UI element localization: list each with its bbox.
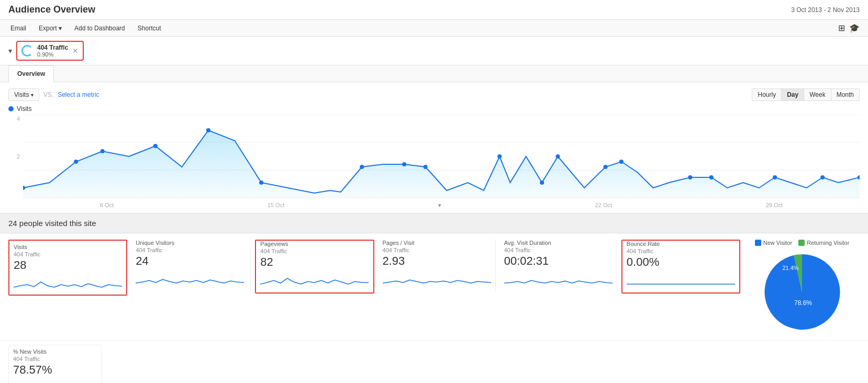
stat-sublabel-pageviews: 404 Traffic (260, 248, 369, 254)
svg-point-12 (402, 162, 406, 166)
segment-loading-icon (21, 45, 33, 57)
stat-label-pages-visit: Pages / Visit (383, 240, 491, 246)
svg-point-14 (497, 154, 502, 159)
segment-name: 404 Traffic 0.90% (37, 44, 68, 58)
svg-point-7 (101, 149, 105, 153)
segment-bar: ▾ 404 Traffic 0.90% ✕ (0, 37, 868, 65)
stat-value-bounce-rate: 0.00% (627, 255, 735, 269)
pie-chart-svg: 78.6% 21.4% (760, 250, 844, 334)
legend-returning-dot (798, 240, 805, 246)
add-to-dashboard-button[interactable]: Add to Dashboard (72, 24, 127, 33)
page-title: Audience Overview (8, 4, 95, 15)
chart-scroll-icon[interactable]: ▾ (438, 202, 441, 209)
svg-point-16 (555, 154, 560, 159)
stat-sublabel-new-visits: 404 Traffic (13, 356, 97, 362)
stat-label-new-visits: % New Visits (13, 348, 97, 355)
stat-label-unique: Unique Visitors (136, 240, 244, 246)
chart-series-label: Visits (8, 105, 860, 112)
mini-chart-unique (136, 270, 244, 286)
mini-chart-new-visits (13, 379, 97, 383)
segment-chip: 404 Traffic 0.90% ✕ (16, 41, 84, 61)
svg-point-19 (688, 175, 692, 179)
y-label-2: 2 (17, 152, 20, 161)
month-button[interactable]: Month (831, 88, 860, 101)
stat-value-avg-duration: 00:02:31 (504, 254, 613, 268)
chart-y-axis: 4 2 0 (8, 115, 23, 200)
stat-card-pages-visit: Pages / Visit 404 Traffic 2.93 (379, 240, 496, 291)
svg-point-10 (259, 181, 263, 185)
stat-label-visits: Visits (14, 244, 122, 250)
top-bar: Audience Overview 3 Oct 2013 - 2 Nov 201… (0, 0, 868, 20)
pie-legend: New Visitor Returning Visitor (755, 240, 850, 246)
legend-new-visitor: New Visitor (755, 240, 792, 246)
mini-chart-pages-visit (383, 270, 491, 286)
stat-card-avg-duration: Avg. Visit Duration 404 Traffic 00:02:31 (500, 240, 617, 291)
pie-section: New Visitor Returning Visitor 78.6% 21.4… (744, 240, 860, 334)
stat-card-unique: Unique Visitors 404 Traffic 24 (131, 240, 251, 291)
mini-chart-avg-duration (504, 270, 613, 286)
legend-returning-visitor: Returning Visitor (798, 240, 849, 246)
stat-value-visits: 28 (14, 258, 122, 272)
stat-label-bounce-rate: Bounce Rate (627, 241, 735, 247)
chart-controls: Visits ▾ VS. Select a metric Hourly Day … (8, 88, 860, 101)
time-buttons: Hourly Day Week Month (752, 88, 860, 101)
x-label-22oct: 22 Oct (595, 202, 612, 209)
chart-section: Visits ▾ VS. Select a metric Hourly Day … (0, 82, 868, 213)
svg-point-17 (603, 165, 607, 169)
x-label-29oct: 29 Oct (766, 202, 783, 209)
chart-area (23, 115, 860, 200)
y-label-4: 4 (17, 115, 20, 123)
stat-sublabel-bounce-rate: 404 Traffic (627, 248, 735, 254)
stat-sublabel-avg-duration: 404 Traffic (504, 247, 613, 253)
x-label-8oct: 8 Oct (100, 202, 114, 209)
svg-point-22 (820, 175, 825, 179)
svg-point-20 (709, 175, 714, 179)
segment-close-button[interactable]: ✕ (72, 47, 79, 55)
stat-sublabel-visits: 404 Traffic (14, 251, 122, 257)
legend-new-dot (755, 240, 761, 246)
stat-card-visits: Visits 404 Traffic 28 (8, 240, 127, 296)
stat-value-unique: 24 (136, 254, 244, 268)
stat-label-avg-duration: Avg. Visit Duration (504, 240, 613, 246)
day-button[interactable]: Day (782, 88, 804, 101)
stat-card-pageviews: Pageviews 404 Traffic 82 (255, 240, 374, 294)
stats-header-text: 24 people visited this site (8, 219, 860, 228)
svg-text:21.4%: 21.4% (782, 265, 798, 271)
shortcut-button[interactable]: Shortcut (136, 24, 163, 33)
week-button[interactable]: Week (804, 88, 831, 101)
pie-slice-new (765, 254, 840, 330)
stat-value-pageviews: 82 (260, 255, 369, 269)
chart-x-axis: 8 Oct 15 Oct ▾ 22 Oct 29 Oct (8, 200, 860, 213)
mini-chart-bounce-rate (627, 271, 735, 287)
mini-chart-visits (14, 274, 122, 290)
svg-point-18 (619, 160, 624, 164)
chart-series-dot (8, 106, 14, 111)
stat-value-pages-visit: 2.93 (383, 254, 491, 268)
stats-header: 24 people visited this site (0, 213, 868, 233)
svg-text:78.6%: 78.6% (794, 299, 812, 307)
legend-new-label: New Visitor (763, 240, 792, 246)
main-chart-svg (23, 115, 860, 198)
hourly-button[interactable]: Hourly (752, 88, 782, 101)
stat-card-new-visits: % New Visits 404 Traffic 78.57% (8, 345, 102, 383)
tab-overview[interactable]: Overview (8, 65, 54, 82)
date-range: 3 Oct 2013 - 2 Nov 2013 (791, 6, 860, 14)
vs-text: VS. (43, 91, 53, 98)
select-metric-link[interactable]: Select a metric (58, 91, 99, 98)
segment-toggle-button[interactable]: ▾ (8, 47, 12, 55)
svg-point-21 (773, 175, 777, 179)
email-button[interactable]: Email (8, 24, 28, 33)
toolbar-icons: ⊞ 🎓 (838, 23, 860, 33)
metric-visits-button[interactable]: Visits ▾ (8, 88, 39, 101)
svg-point-15 (540, 181, 544, 185)
new-visits-section: % New Visits 404 Traffic 78.57% (0, 340, 868, 383)
stat-value-new-visits: 78.57% (13, 363, 97, 377)
svg-point-9 (206, 128, 210, 132)
svg-point-13 (424, 165, 428, 169)
svg-point-11 (360, 165, 364, 169)
export-button[interactable]: Export ▾ (37, 24, 64, 33)
svg-point-6 (74, 160, 78, 164)
graduation-icon: 🎓 (849, 23, 860, 33)
svg-point-8 (153, 144, 158, 148)
stats-section: Visits 404 Traffic 28 Unique Visitors 40… (0, 233, 868, 340)
